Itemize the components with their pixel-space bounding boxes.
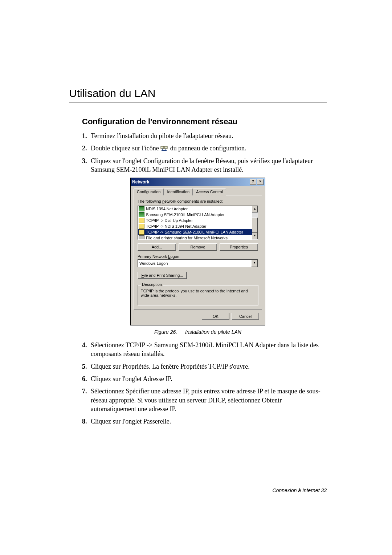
- figure-caption: Figure 26. Installation du pilote LAN: [69, 329, 327, 335]
- adapter-icon: [139, 206, 144, 211]
- tab-strip: Configuration Identification Access Cont…: [134, 188, 262, 195]
- scroll-track[interactable]: [252, 212, 258, 233]
- ok-button[interactable]: OK: [202, 313, 229, 320]
- svg-rect-1: [164, 146, 167, 149]
- list-item-label: Samsung SEM-2100iL MiniPCI LAN Adapter: [146, 212, 225, 217]
- step-text: Sélectionnez TCP/IP -> Samsung SEM-2100i…: [91, 341, 327, 358]
- service-icon: [139, 235, 144, 239]
- step-3: 3. Cliquez sur l'onglet Configuration de…: [82, 157, 327, 174]
- figure-caption-text: Installation du pilote LAN: [185, 329, 241, 335]
- step-number: 3.: [82, 157, 91, 174]
- network-control-panel-icon: [160, 145, 168, 151]
- protocol-icon: [139, 230, 144, 235]
- protocol-icon: [139, 224, 144, 229]
- btn-accel: A: [152, 245, 154, 249]
- figure-number: Figure 26.: [154, 329, 177, 335]
- btn-label: move: [196, 245, 205, 249]
- combo-value: Windows Logon: [138, 261, 251, 266]
- installed-components-label: The following network components are ins…: [138, 199, 258, 203]
- description-legend: Description: [141, 282, 163, 287]
- components-listbox[interactable]: NDIS 1394 Net Adapter Samsung SEM-2100iL…: [138, 206, 258, 240]
- label-part: ogon:: [170, 254, 180, 259]
- description-groupbox: Description TCP/IP is the protocol you u…: [138, 285, 258, 305]
- step-4: 4. Sélectionnez TCP/IP -> Samsung SEM-21…: [82, 341, 327, 358]
- btn-label: roperties: [232, 245, 248, 249]
- step-8: 8. Cliquez sur l'onglet Passerelle.: [82, 417, 327, 426]
- primary-logon-label: Primary Network Logon:: [138, 254, 258, 259]
- step-text: Cliquez sur l'onglet Configuration de la…: [91, 157, 327, 174]
- page-footer: Connexion à Internet 33: [273, 487, 327, 493]
- tab-identification[interactable]: Identification: [164, 189, 193, 195]
- label-part: The following: [138, 199, 162, 203]
- help-button[interactable]: ?: [250, 179, 256, 185]
- dialog-titlebar[interactable]: Network ? ×: [131, 178, 265, 186]
- section-heading: Configuration de l'environnement réseau: [82, 117, 327, 126]
- step-text-before: Double cliquez sur l'icône: [91, 145, 160, 152]
- step-text: Cliquez sur Propriétés. La fenêtre Propr…: [91, 362, 327, 371]
- component-buttons-row: Add... Remove Properties: [138, 243, 258, 251]
- instruction-list-continued: 4. Sélectionnez TCP/IP -> Samsung SEM-21…: [82, 341, 327, 426]
- scroll-thumb[interactable]: [252, 218, 258, 233]
- combo-dropdown-button[interactable]: ▼: [251, 260, 258, 267]
- step-text: Double cliquez sur l'icône du panneau de…: [91, 144, 327, 153]
- step-text: Terminez l'installation du pilote de l'a…: [91, 131, 327, 140]
- list-item-label: NDIS 1394 Net Adapter: [146, 207, 188, 211]
- step-number: 5.: [82, 362, 91, 371]
- step-text: Cliquez sur l'onglet Adresse IP.: [91, 374, 327, 383]
- btn-label: dd...: [154, 245, 162, 249]
- step-1: 1. Terminez l'installation du pilote de …: [82, 131, 327, 140]
- instruction-list: 1. Terminez l'installation du pilote de …: [82, 131, 327, 174]
- step-number: 2.: [82, 144, 91, 153]
- step-text: Sélectionnez Spécifier une adresse IP, p…: [91, 387, 327, 413]
- scroll-down-button[interactable]: ▼: [252, 233, 258, 239]
- list-item-label: File and printer sharing for Microsoft N…: [146, 236, 228, 239]
- tab-panel-configuration: The following network components are ins…: [134, 195, 262, 310]
- tab-configuration[interactable]: Configuration: [134, 189, 164, 195]
- title-rule: [69, 102, 327, 102]
- list-item[interactable]: Samsung SEM-2100iL MiniPCI LAN Adapter: [138, 212, 252, 218]
- svg-rect-0: [161, 146, 164, 149]
- list-item[interactable]: TCP/IP -> NDIS 1394 Net Adapter: [138, 223, 252, 229]
- step-number: 6.: [82, 374, 91, 383]
- list-item[interactable]: TCP/IP -> Dial-Up Adapter: [138, 218, 252, 223]
- list-item-label: TCP/IP -> Dial-Up Adapter: [146, 218, 193, 223]
- list-item-selected[interactable]: TCP/IP -> Samsung SEM-2100iL MiniPCI LAN…: [138, 229, 252, 235]
- scroll-up-button[interactable]: ▲: [252, 206, 258, 212]
- step-text: Cliquez sur l'onglet Passerelle.: [91, 417, 327, 426]
- remove-button[interactable]: Remove: [179, 243, 217, 251]
- page-title: Utilisation du LAN: [69, 87, 327, 100]
- step-text-after: du panneau de configuration.: [170, 145, 246, 152]
- list-item[interactable]: NDIS 1394 Net Adapter: [138, 206, 252, 212]
- step-6: 6. Cliquez sur l'onglet Adresse IP.: [82, 374, 327, 383]
- add-button[interactable]: Add...: [138, 243, 176, 251]
- step-5: 5. Cliquez sur Propriétés. La fenêtre Pr…: [82, 362, 327, 371]
- primary-logon-combo[interactable]: Windows Logon ▼: [138, 259, 258, 267]
- step-7: 7. Sélectionnez Spécifier une adresse IP…: [82, 387, 327, 413]
- properties-button[interactable]: Properties: [220, 243, 258, 251]
- network-dialog: Network ? × Configuration Identification…: [130, 178, 265, 325]
- description-text: TCP/IP is the protocol you use to connec…: [141, 289, 255, 297]
- btn-label: ile and Print Sharing...: [144, 273, 183, 278]
- list-item-label: TCP/IP -> NDIS 1394 Net Adapter: [146, 224, 206, 228]
- scrollbar[interactable]: ▲ ▼: [252, 206, 258, 239]
- step-number: 4.: [82, 341, 91, 358]
- figure-wrapper: Network ? × Configuration Identification…: [69, 178, 327, 325]
- step-number: 7.: [82, 387, 91, 413]
- step-2: 2. Double cliquez sur l'icône du panneau…: [82, 144, 327, 153]
- dialog-title: Network: [132, 179, 149, 185]
- cancel-button[interactable]: Cancel: [232, 313, 259, 320]
- list-item[interactable]: File and printer sharing for Microsoft N…: [138, 235, 252, 239]
- tab-access-control[interactable]: Access Control: [193, 189, 226, 195]
- list-item-label: TCP/IP -> Samsung SEM-2100iL MiniPCI LAN…: [146, 230, 243, 234]
- protocol-icon: [139, 218, 144, 223]
- close-button[interactable]: ×: [257, 179, 264, 185]
- adapter-icon: [139, 212, 144, 217]
- label-part: etwork components are installed:: [164, 199, 223, 203]
- listbox-items: NDIS 1394 Net Adapter Samsung SEM-2100iL…: [138, 206, 252, 239]
- dialog-footer: OK Cancel: [134, 310, 262, 323]
- file-print-sharing-button[interactable]: File and Print Sharing...: [138, 272, 187, 279]
- label-part: Primary Network: [138, 254, 168, 259]
- step-number: 8.: [82, 417, 91, 426]
- step-number: 1.: [82, 131, 91, 140]
